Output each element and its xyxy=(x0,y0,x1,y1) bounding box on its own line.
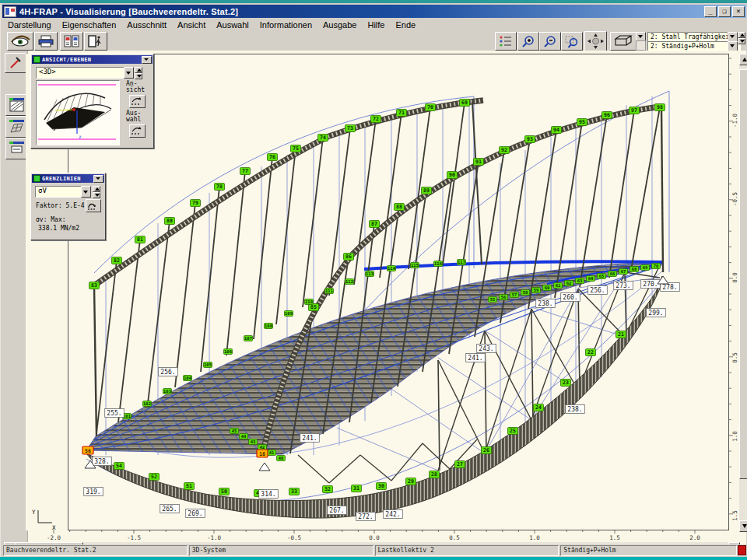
node-label[interactable]: 59 xyxy=(532,288,541,293)
node-label[interactable]: 86 xyxy=(344,254,354,261)
node-label[interactable]: 67 xyxy=(619,269,628,275)
node-label[interactable]: 51 xyxy=(184,483,195,490)
node-label[interactable]: 91 xyxy=(474,159,484,166)
node-label[interactable]: 66 xyxy=(608,271,617,277)
node-label[interactable]: 71 xyxy=(397,110,407,117)
node-label[interactable]: 43 xyxy=(249,439,258,445)
node-label[interactable]: 81 xyxy=(135,236,146,243)
node-label[interactable]: 102 xyxy=(143,401,152,407)
view-preview[interactable]: z xyxy=(36,80,120,145)
node-label[interactable]: 94 xyxy=(552,127,562,134)
node-label[interactable]: 21 xyxy=(616,331,626,338)
node-label[interactable]: 83 xyxy=(89,282,100,289)
node-label[interactable]: 117 xyxy=(458,260,466,265)
view-spinner[interactable] xyxy=(135,67,142,79)
menu-item-hilfe[interactable]: Hilfe xyxy=(362,19,390,30)
node-label[interactable]: 75 xyxy=(291,145,301,152)
pan-navigator[interactable] xyxy=(584,31,607,51)
loadcase-spinner[interactable] xyxy=(738,32,745,44)
node-label[interactable]: 87 xyxy=(370,221,380,228)
print-button[interactable] xyxy=(34,32,58,51)
node-label[interactable]: 98 xyxy=(655,104,665,111)
node-label[interactable]: 61 xyxy=(554,283,563,289)
node-label[interactable]: 79 xyxy=(191,200,201,207)
node-label[interactable]: 57 xyxy=(510,292,519,298)
node-label[interactable]: 30 xyxy=(377,483,387,490)
node-label[interactable]: 24 xyxy=(534,404,544,411)
sigma-combo-dropdown[interactable] xyxy=(81,186,91,198)
node-label[interactable]: 55 xyxy=(489,297,497,303)
node-label[interactable]: 41 xyxy=(268,450,276,456)
node-label[interactable]: 114 xyxy=(388,266,396,271)
draw-mode-button[interactable] xyxy=(5,53,26,73)
node-label[interactable]: 92 xyxy=(500,147,510,154)
node-label[interactable]: 63 xyxy=(576,278,584,284)
node-label[interactable]: 112 xyxy=(345,279,354,285)
node-label[interactable]: 70 xyxy=(426,104,436,111)
view-combo[interactable]: <3D> xyxy=(36,67,127,79)
node-label[interactable]: 76 xyxy=(268,154,278,161)
ansicht-ebenen-panel[interactable]: ANSICHT/EBENEN <3D> xyxy=(30,54,154,149)
node-label[interactable]: 62 xyxy=(565,281,573,286)
node-label[interactable]: 103 xyxy=(163,389,172,394)
mesh-view-button[interactable] xyxy=(5,116,28,138)
node-label[interactable]: 97 xyxy=(630,107,640,114)
menu-item-ausschnitt[interactable]: Ausschnitt xyxy=(121,19,172,30)
view-3d-slider[interactable] xyxy=(636,40,646,51)
node-label[interactable]: 73 xyxy=(345,125,356,132)
node-label[interactable]: 72 xyxy=(371,116,381,123)
node-label[interactable]: 110 xyxy=(305,299,314,305)
zoom-window-button[interactable] xyxy=(561,32,583,51)
support-label[interactable]: 56 xyxy=(82,446,93,454)
grenzlinien-panel[interactable]: GRENZLINIEN σV Faktor: 5.E-4 σv: Max: 33… xyxy=(30,173,106,240)
menu-item-ansicht[interactable]: Ansicht xyxy=(172,19,211,30)
node-label[interactable]: 64 xyxy=(587,276,595,282)
node-label[interactable]: 32 xyxy=(323,486,333,493)
menu-item-informationen[interactable]: Informationen xyxy=(254,19,317,30)
node-label[interactable]: 96 xyxy=(602,112,612,119)
node-label[interactable]: 33 xyxy=(289,488,300,495)
node-label[interactable]: 106 xyxy=(224,349,233,355)
node-label[interactable]: 44 xyxy=(240,434,248,439)
node-label[interactable]: 116 xyxy=(434,261,443,267)
node-label[interactable]: 25 xyxy=(508,428,518,435)
scroll-down-button[interactable] xyxy=(739,520,747,532)
sigma-combo[interactable]: σV xyxy=(35,186,84,198)
node-label[interactable]: 115 xyxy=(411,263,419,268)
ansicht-panel-titlebar[interactable]: ANSICHT/EBENEN xyxy=(32,55,153,64)
node-label[interactable]: 74 xyxy=(318,135,328,142)
legend-button[interactable] xyxy=(495,32,517,51)
node-label[interactable]: 23 xyxy=(561,380,571,387)
support-label[interactable]: 18 xyxy=(257,450,268,457)
sigma-spinner[interactable] xyxy=(93,186,100,198)
minimize-button[interactable]: _ xyxy=(704,6,717,17)
node-label[interactable]: 58 xyxy=(521,290,530,296)
menu-item-darstellung[interactable]: Darstellung xyxy=(2,19,57,30)
node-label[interactable]: 60 xyxy=(543,285,552,291)
node-label[interactable]: 109 xyxy=(285,311,293,317)
node-label[interactable]: 26 xyxy=(482,447,492,454)
node-label[interactable]: 107 xyxy=(244,336,253,341)
menu-item-auswahl[interactable]: Auswahl xyxy=(211,19,254,30)
node-label[interactable]: 77 xyxy=(240,168,251,175)
node-label[interactable]: 93 xyxy=(525,136,535,143)
zoom-out-button[interactable] xyxy=(539,32,561,51)
exit-button[interactable] xyxy=(84,32,107,51)
menu-item-ausgabe[interactable]: Ausgabe xyxy=(317,19,362,30)
view-apply-button[interactable] xyxy=(129,95,146,108)
node-label[interactable]: 52 xyxy=(149,474,160,481)
menu-item-ende[interactable]: Ende xyxy=(390,19,421,30)
title-bar[interactable]: 4H-FRAP - Visualisierung [Bauchveerendel… xyxy=(2,5,746,18)
hatch-view-button[interactable] xyxy=(5,94,28,116)
node-label[interactable]: 113 xyxy=(366,271,374,277)
node-label[interactable]: 70 xyxy=(652,264,661,269)
view-3d-button[interactable] xyxy=(610,32,637,51)
node-label[interactable]: 95 xyxy=(577,119,587,126)
node-label[interactable]: 68 xyxy=(630,267,639,272)
scroll-up-button[interactable] xyxy=(739,54,747,65)
node-label[interactable]: 90 xyxy=(447,172,458,179)
v-scrollbar[interactable] xyxy=(739,54,747,530)
selection-apply-button[interactable] xyxy=(129,124,146,138)
node-label[interactable]: 80 xyxy=(165,218,175,225)
node-label[interactable]: 69 xyxy=(641,265,650,271)
